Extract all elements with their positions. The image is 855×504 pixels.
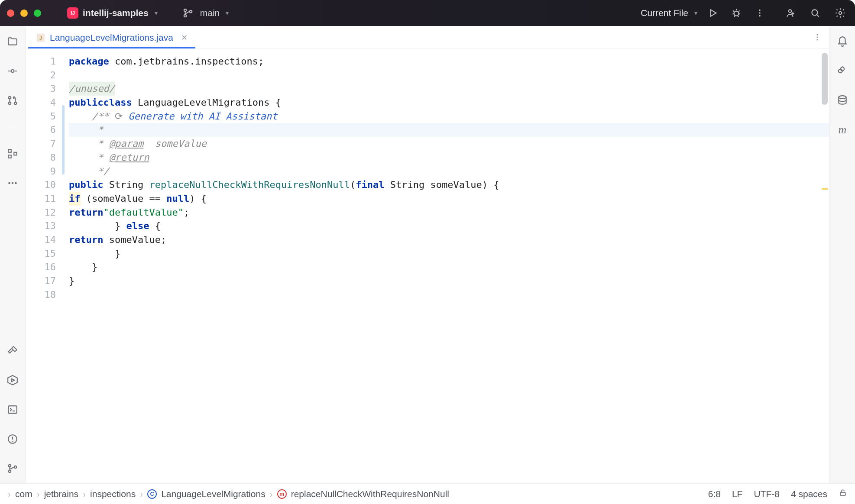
code-line[interactable]: /unused/ [69,82,829,96]
zoom-window[interactable] [34,10,41,17]
settings-icon[interactable] [832,5,848,21]
line-number[interactable]: 13 [26,219,56,233]
line-number[interactable]: 12 [26,206,56,220]
project-selector[interactable]: IJ intellij-samples ▾ [67,7,158,19]
line-number[interactable]: 7 [26,137,56,151]
line-number[interactable]: 6 [26,123,56,137]
debug-button[interactable] [729,5,744,21]
indent-config[interactable]: 4 spaces [791,489,827,499]
editor-content[interactable]: package com.jetbrains.inspections;/unuse… [60,48,829,483]
file-encoding[interactable]: UTF-8 [754,489,780,499]
project-tool-button[interactable] [4,33,21,50]
notifications-tool-button[interactable] [834,33,851,50]
commit-tool-button[interactable] [4,62,21,80]
line-number[interactable]: 10 [26,178,56,192]
readonly-toggle-icon[interactable] [839,488,847,499]
minimize-window[interactable] [20,10,28,17]
database-tool-button[interactable] [834,92,851,109]
scroll-thumb[interactable] [822,53,828,105]
code-line[interactable]: * [69,123,829,137]
code-line[interactable]: * @param someValue [69,137,829,151]
problems-tool-button[interactable] [4,430,21,448]
build-tool-button[interactable] [4,342,21,359]
line-number[interactable]: 18 [26,288,56,302]
svg-rect-28 [8,406,17,413]
pull-requests-tool-button[interactable] [4,92,21,109]
svg-marker-3 [711,10,716,16]
svg-point-17 [9,97,11,99]
code-line[interactable]: /** ⟳ Generate with AI Assistant [69,110,829,123]
breadcrumbs[interactable]: › com › jetbrains › inspections › C Lang… [8,489,704,499]
line-number-gutter[interactable]: 123456789101112131415161718 [26,48,60,483]
breadcrumb-item[interactable]: inspections [90,489,136,499]
code-line[interactable]: } [69,274,829,288]
line-number[interactable]: 4 [26,96,56,110]
svg-point-33 [9,465,11,467]
svg-rect-20 [8,149,11,152]
chevron-right-icon: › [8,489,11,499]
code-line[interactable]: } [69,260,829,274]
svg-point-40 [816,39,818,40]
terminal-tool-button[interactable] [4,401,21,418]
code-line[interactable]: return someValue; [69,233,829,247]
code-line[interactable]: return "defaultValue"; [69,206,829,220]
run-tool-button[interactable] [4,372,21,389]
svg-point-32 [12,441,13,442]
code-line[interactable]: if (someValue == null) { [69,192,829,206]
line-number[interactable]: 15 [26,247,56,261]
code-editor[interactable]: 123456789101112131415161718 package com.… [26,48,829,483]
run-config-selector[interactable]: Current File ▾ [641,8,697,18]
search-icon[interactable] [807,5,823,21]
chevron-down-icon: ▾ [694,10,697,16]
line-number[interactable]: 8 [26,151,56,165]
code-line[interactable]: package com.jetbrains.inspections; [69,55,829,68]
line-number[interactable]: 2 [26,68,56,82]
editor-scrollbar[interactable] [822,53,828,475]
code-line[interactable]: public class LanguageLevelMigrations { [69,96,829,110]
breadcrumb-item[interactable]: LanguageLevelMigrations [161,489,266,499]
line-separator[interactable]: LF [732,489,743,499]
line-number[interactable]: 3 [26,82,56,96]
warning-marker[interactable] [822,188,828,190]
more-tool-windows-button[interactable] [4,174,21,192]
line-number[interactable]: 17 [26,274,56,288]
ai-assistant-tool-button[interactable] [834,62,851,80]
ai-generate-link[interactable]: Generate with AI Assistant [128,110,277,123]
code-line[interactable] [69,68,829,82]
svg-point-4 [734,11,739,16]
close-tab-button[interactable]: ✕ [178,33,188,42]
svg-point-0 [184,9,186,11]
svg-line-12 [817,15,819,17]
breadcrumb-item[interactable]: replaceNullCheckWithRequiresNonNull [291,489,449,499]
more-actions-button[interactable] [752,5,768,21]
tab-actions-button[interactable] [809,29,826,48]
line-number[interactable]: 14 [26,233,56,247]
svg-point-24 [12,182,13,184]
run-button[interactable] [705,5,721,21]
chevron-down-icon: ▾ [155,10,158,16]
code-line[interactable] [69,288,829,302]
line-number[interactable]: 9 [26,165,56,178]
breadcrumb-item[interactable]: jetbrains [44,489,78,499]
code-line[interactable]: public String replaceNullCheckWithRequir… [69,178,829,192]
line-number[interactable]: 16 [26,260,56,274]
close-window[interactable] [7,10,14,17]
vcs-tool-button[interactable] [4,460,21,477]
structure-tool-button[interactable] [4,145,21,162]
code-line[interactable]: */ [69,165,829,178]
right-toolwindow-bar: m [829,26,855,483]
line-number[interactable]: 5 [26,110,56,123]
line-number[interactable]: 1 [26,55,56,68]
caret-position[interactable]: 6:8 [708,489,721,499]
editor-tab[interactable]: J LanguageLevelMigrations.java ✕ [29,28,194,48]
code-with-me-icon[interactable] [782,5,798,21]
code-line[interactable]: * @return [69,151,829,165]
line-number[interactable]: 11 [26,192,56,206]
svg-marker-27 [12,379,15,382]
code-line[interactable]: } else { [69,219,829,233]
maven-tool-button[interactable]: m [834,121,851,139]
vcs-branch-selector[interactable]: main ▾ [180,5,229,21]
code-line[interactable]: } [69,247,829,261]
breadcrumb-item[interactable]: com [15,489,32,499]
chevron-right-icon: › [270,489,273,499]
